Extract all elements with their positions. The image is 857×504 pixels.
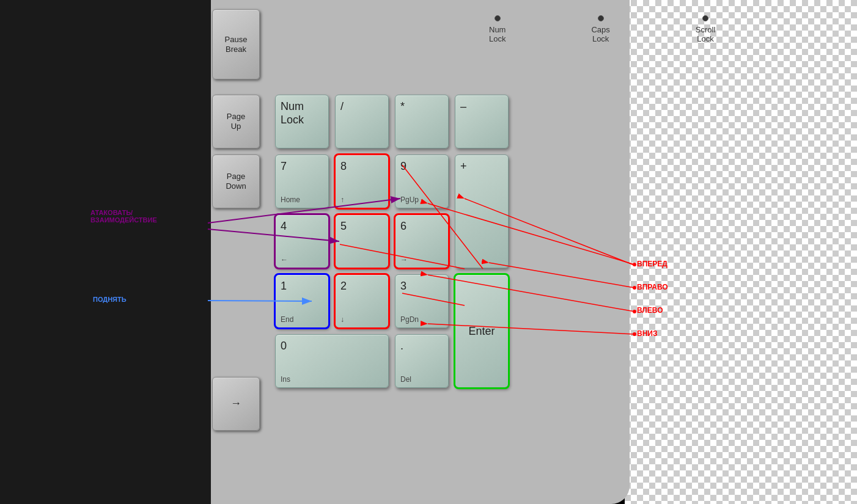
led-indicators: Num Lock Caps Lock Scroll Lock	[489, 15, 715, 43]
np-4-sub: ←	[281, 255, 288, 264]
num-lock-indicator: Num Lock	[489, 15, 506, 43]
np-0-main: 0	[281, 340, 287, 353]
np-6-key[interactable]: 6 →	[395, 214, 449, 268]
scroll-lock-label: Scroll Lock	[696, 25, 716, 43]
annotation-attack: АТАКОВАТЬ/ВЗАИМОДЕЙСТВИЕ	[90, 209, 157, 224]
np-9-main: 9	[400, 160, 406, 173]
page-down-label: PageDown	[226, 172, 246, 191]
transparent-background	[625, 0, 857, 504]
np-dot-main: .	[400, 340, 403, 353]
np-minus-label: –	[460, 100, 466, 114]
num-lock-label: Num Lock	[489, 25, 506, 43]
np-enter-key[interactable]: Enter	[455, 274, 509, 388]
annotation-left: ВЛЕВО	[637, 306, 663, 315]
np-8-main: 8	[340, 160, 347, 173]
annotation-right: ВПРАВО	[637, 283, 668, 291]
np-3-sub: PgDn	[400, 315, 419, 324]
np-6-main: 6	[400, 220, 406, 233]
caps-lock-led	[598, 15, 604, 21]
num-lock-led	[495, 15, 501, 21]
caps-lock-indicator: Caps Lock	[591, 15, 609, 43]
np-6-sub: →	[400, 255, 408, 264]
np-1-sub: End	[281, 315, 293, 324]
left-panel: PauseBreak PageUp PageDown →	[0, 0, 211, 504]
np-7-key[interactable]: 7 Home	[275, 155, 329, 208]
np-5-key[interactable]: 5	[335, 214, 389, 268]
np-asterisk-label: *	[400, 100, 405, 114]
caps-lock-label: Caps Lock	[591, 25, 609, 43]
np-0-sub: Ins	[281, 375, 290, 384]
np-2-sub: ↓	[340, 315, 344, 324]
np-plus-key[interactable]: +	[455, 155, 509, 268]
np-dot-key[interactable]: . Del	[395, 334, 449, 388]
np-5-main: 5	[340, 220, 347, 233]
scroll-lock-led	[702, 15, 708, 21]
pause-break-label: PauseBreak	[225, 35, 248, 54]
np-2-key[interactable]: 2 ↓	[335, 274, 389, 328]
page-up-key[interactable]: PageUp	[212, 95, 260, 148]
np-dot-sub: Del	[400, 375, 411, 384]
np-numlock-label: NumLock	[281, 100, 304, 126]
np-0-key[interactable]: 0 Ins	[275, 334, 389, 388]
np-9-key[interactable]: 9 PgUp	[395, 155, 449, 208]
np-asterisk-key[interactable]: *	[395, 95, 449, 148]
np-numlock-key[interactable]: NumLock	[275, 95, 329, 148]
np-3-key[interactable]: 3 PgDn	[395, 274, 449, 328]
keyboard-body: Num Lock Caps Lock Scroll Lock NumLock /…	[208, 0, 630, 504]
np-1-key[interactable]: 1 End	[275, 274, 329, 328]
np-minus-key[interactable]: –	[455, 95, 509, 148]
np-plus-label: +	[460, 160, 467, 173]
annotation-lift: ПОДНЯТЬ	[93, 296, 127, 303]
annotation-forward: ВПЕРЕД	[637, 260, 668, 268]
pause-break-key[interactable]: PauseBreak	[212, 9, 260, 79]
arrow-right-label: →	[230, 397, 241, 411]
np-8-sub: ↑	[340, 195, 344, 204]
np-2-main: 2	[340, 280, 347, 293]
np-slash-label: /	[340, 100, 344, 114]
page-down-key[interactable]: PageDown	[212, 155, 260, 208]
np-9-sub: PgUp	[400, 195, 419, 204]
np-4-main: 4	[281, 220, 287, 233]
page-up-label: PageUp	[227, 112, 245, 131]
np-8-key[interactable]: 8 ↑	[335, 155, 389, 208]
scroll-lock-indicator: Scroll Lock	[696, 15, 716, 43]
np-1-main: 1	[281, 280, 287, 293]
np-3-main: 3	[400, 280, 406, 293]
annotation-down: ВНИЗ	[637, 329, 657, 338]
np-7-sub: Home	[281, 195, 300, 204]
np-7-main: 7	[281, 160, 287, 173]
np-4-key[interactable]: 4 ←	[275, 214, 329, 268]
np-slash-key[interactable]: /	[335, 95, 389, 148]
np-enter-label: Enter	[468, 325, 495, 338]
arrow-right-key[interactable]: →	[212, 377, 260, 431]
